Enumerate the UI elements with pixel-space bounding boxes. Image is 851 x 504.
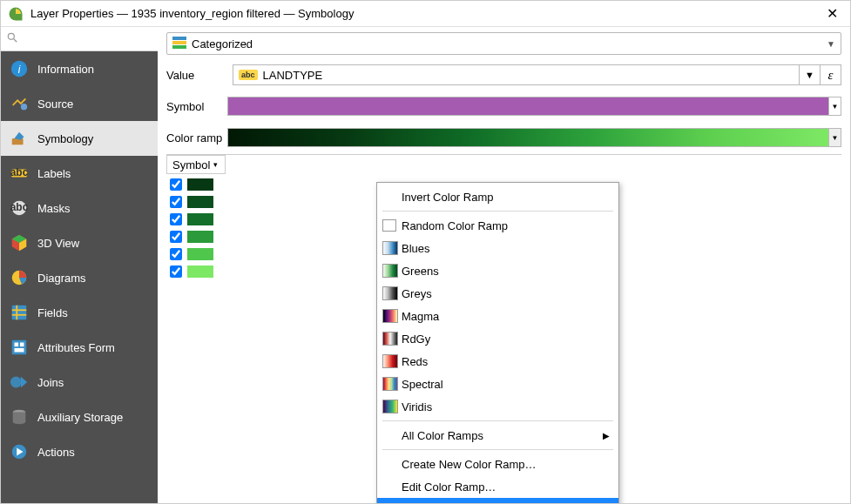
value-field-text: LANDTYPE <box>263 69 323 82</box>
svg-point-21 <box>10 377 22 388</box>
column-header-symbol[interactable]: Symbol ▾ <box>166 155 226 174</box>
renderer-selector[interactable]: Categorized ▼ <box>166 32 841 55</box>
sidebar-item-label: Auxiliary Storage <box>37 411 123 424</box>
qgis-icon <box>8 6 24 22</box>
ramp-preview-icon <box>382 332 398 346</box>
actions-icon <box>10 442 29 461</box>
category-checkbox[interactable] <box>170 231 182 243</box>
sidebar-item-actions[interactable]: Actions <box>1 434 158 469</box>
labels-icon: abc <box>10 164 29 183</box>
search-icon <box>6 31 18 46</box>
expression-button[interactable]: ε <box>821 64 841 85</box>
sidebar-item-label: Labels <box>37 167 71 180</box>
category-swatch[interactable] <box>187 231 213 243</box>
color-ramp-menu: Invert Color Ramp Random Color Ramp Blue… <box>376 182 619 504</box>
menu-ramp-blues[interactable]: Blues <box>377 237 618 259</box>
menu-ramp-viridis[interactable]: Viridis <box>377 395 618 418</box>
ramp-name-label: Greens <box>402 265 439 278</box>
sidebar: i Information Source Symbology abc Label… <box>1 27 158 503</box>
sidebar-item-labels[interactable]: abc Labels <box>1 156 158 191</box>
sidebar-item-label: Symbology <box>37 132 93 145</box>
menu-random-ramp[interactable]: Random Color Ramp <box>377 214 618 237</box>
sidebar-item-label: 3D View <box>37 237 79 250</box>
sidebar-item-masks[interactable]: abc Masks <box>1 191 158 225</box>
svg-text:i: i <box>18 64 21 76</box>
sidebar-item-fields[interactable]: Fields <box>1 295 158 330</box>
category-checkbox[interactable] <box>170 248 182 260</box>
menu-ramp-greys[interactable]: Greys <box>377 282 618 305</box>
value-field-combo[interactable]: abc LANDTYPE ▼ ε <box>233 64 841 85</box>
ramp-name-label: Greys <box>402 287 432 300</box>
symbology-icon <box>10 129 29 148</box>
menu-separator <box>382 420 613 421</box>
search-input[interactable] <box>22 32 152 45</box>
sidebar-item-3dview[interactable]: 3D View <box>1 225 158 260</box>
category-swatch[interactable] <box>187 265 213 278</box>
sidebar-item-joins[interactable]: Joins <box>1 365 158 400</box>
color-ramp-dropdown-button[interactable]: ▼ <box>829 128 841 147</box>
sidebar-item-auxiliary-storage[interactable]: Auxiliary Storage <box>1 400 158 434</box>
menu-edit-ramp[interactable]: Edit Color Ramp… <box>377 475 618 498</box>
svg-rect-20 <box>15 348 24 353</box>
category-checkbox[interactable] <box>170 178 182 191</box>
sidebar-item-source[interactable]: Source <box>1 86 158 121</box>
symbol-dropdown-button[interactable]: ▼ <box>829 97 841 116</box>
masks-icon: abc <box>10 198 29 218</box>
info-icon: i <box>10 59 29 78</box>
ramp-name-label: RdGy <box>402 333 430 346</box>
svg-point-6 <box>21 104 27 110</box>
category-checkbox[interactable] <box>170 213 182 225</box>
ramp-preview-icon <box>382 264 398 278</box>
form-icon <box>10 338 29 357</box>
menu-ramp-rdgy[interactable]: RdGy <box>377 327 618 350</box>
renderer-label: Categorized <box>192 37 253 50</box>
ramp-name-label: Magma <box>402 310 439 323</box>
symbol-swatch[interactable] <box>227 97 829 116</box>
sidebar-item-attributes-form[interactable]: Attributes Form <box>1 330 158 365</box>
svg-rect-13 <box>12 306 27 320</box>
ramp-name-label: Reds <box>402 355 428 368</box>
menu-all-ramps[interactable]: All Color Ramps ▶ <box>377 424 618 447</box>
ramp-preview-icon <box>382 286 398 300</box>
close-button[interactable]: ✕ <box>821 5 843 22</box>
main-panel: Categorized ▼ Value abc LANDTYPE ▼ ε Sym… <box>158 27 850 503</box>
category-swatch[interactable] <box>187 196 213 208</box>
sidebar-item-information[interactable]: i Information <box>1 51 158 86</box>
sidebar-item-diagrams[interactable]: Diagrams <box>1 260 158 295</box>
menu-ramp-spectral[interactable]: Spectral <box>377 373 618 395</box>
ramp-name-label: Spectral <box>402 378 443 391</box>
sort-chevron-icon: ▾ <box>213 160 218 169</box>
categorized-icon <box>172 37 186 51</box>
sidebar-item-label: Fields <box>37 306 68 319</box>
category-swatch[interactable] <box>187 213 213 225</box>
field-type-icon: abc <box>239 70 258 80</box>
sidebar-item-label: Information <box>37 63 94 76</box>
menu-ramp-greens[interactable]: Greens <box>377 259 618 282</box>
svg-rect-26 <box>172 45 186 49</box>
menu-save-ramp[interactable]: Save Color Ramp… <box>377 498 618 504</box>
window-title: Layer Properties — 1935 inventory_region… <box>30 7 821 20</box>
color-ramp-swatch[interactable] <box>227 128 829 147</box>
menu-invert-ramp[interactable]: Invert Color Ramp <box>377 185 618 208</box>
svg-rect-19 <box>20 343 24 347</box>
menu-create-ramp[interactable]: Create New Color Ramp… <box>377 453 618 475</box>
menu-ramp-magma[interactable]: Magma <box>377 305 618 327</box>
value-dropdown-button[interactable]: ▼ <box>800 64 821 85</box>
ramp-preview-icon <box>382 400 398 413</box>
category-swatch[interactable] <box>187 248 213 260</box>
sidebar-search[interactable] <box>1 27 158 51</box>
random-ramp-swatch <box>382 219 396 232</box>
sidebar-item-symbology[interactable]: Symbology <box>1 121 158 156</box>
ramp-preview-icon <box>382 354 398 368</box>
svg-rect-7 <box>12 138 24 144</box>
sidebar-item-label: Diagrams <box>37 272 86 285</box>
menu-ramp-reds[interactable]: Reds <box>377 350 618 373</box>
category-checkbox[interactable] <box>170 196 182 208</box>
svg-rect-17 <box>12 340 27 355</box>
svg-rect-1 <box>17 14 23 20</box>
ramp-name-label: Blues <box>402 242 430 255</box>
symbol-label: Symbol <box>166 100 227 113</box>
category-swatch[interactable] <box>187 178 213 191</box>
category-checkbox[interactable] <box>170 265 182 278</box>
sidebar-item-label: Source <box>37 97 73 111</box>
